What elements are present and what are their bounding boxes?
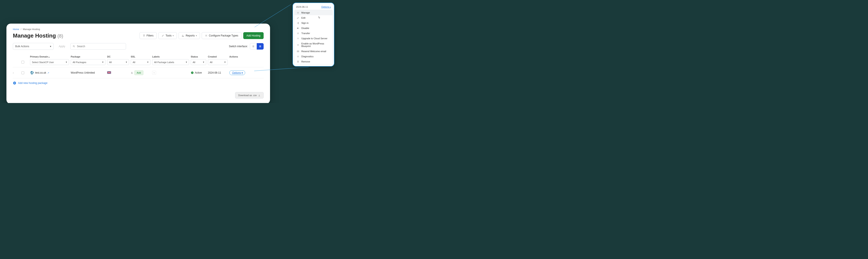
svg-point-7 bbox=[298, 12, 298, 13]
col-ssl: SSL bbox=[131, 55, 152, 58]
col-status: Status bbox=[191, 55, 208, 58]
row-checkbox[interactable] bbox=[22, 71, 24, 74]
hosting-table: Primary Domain▴ Package DC SSL Labels St… bbox=[13, 53, 264, 88]
chart-icon bbox=[182, 34, 184, 37]
svg-point-1 bbox=[73, 46, 74, 47]
gear-icon bbox=[297, 11, 299, 14]
page-title: Manage Hosting (8) bbox=[13, 32, 63, 39]
search-icon bbox=[73, 45, 75, 48]
caret-down-icon: ▾ bbox=[196, 35, 197, 37]
tools-icon bbox=[162, 34, 164, 37]
breadcrumb-current: Manage Hosting bbox=[23, 28, 40, 30]
col-created: Created bbox=[208, 55, 229, 58]
svg-point-0 bbox=[206, 35, 207, 36]
menu-item-manage[interactable]: Manage bbox=[294, 10, 333, 15]
plus-circle-icon bbox=[13, 81, 16, 85]
col-primary-domain[interactable]: Primary Domain▴ bbox=[30, 55, 71, 58]
trash-icon bbox=[297, 60, 299, 63]
download-icon bbox=[258, 94, 260, 96]
add-hosting-button[interactable]: Add Hosting bbox=[243, 32, 264, 39]
apply-button[interactable]: Apply bbox=[56, 43, 68, 50]
filters-button[interactable]: Filters bbox=[140, 32, 157, 39]
filter-packages-select[interactable]: All Packages▾ bbox=[71, 59, 105, 65]
list-view-button[interactable] bbox=[250, 43, 257, 50]
menu-item-upgrade[interactable]: Upgrade to Cloud Server bbox=[294, 36, 333, 41]
search-box[interactable] bbox=[70, 43, 126, 50]
check-circle-icon bbox=[191, 71, 194, 74]
expand-row-icon[interactable]: › bbox=[13, 71, 14, 74]
transfer-icon bbox=[297, 32, 299, 34]
filter-ssl-select[interactable]: All▾ bbox=[131, 59, 151, 65]
svg-rect-4 bbox=[131, 73, 133, 74]
tools-button[interactable]: Tools ▾ bbox=[158, 32, 177, 39]
breadcrumb: Home / Manage Hosting bbox=[13, 28, 264, 30]
svg-rect-11 bbox=[297, 51, 299, 52]
mail-icon bbox=[297, 50, 299, 53]
svg-point-12 bbox=[298, 56, 298, 57]
menu-item-edit[interactable]: Edit bbox=[294, 15, 333, 20]
table-header: Primary Domain▴ Package DC SSL Labels St… bbox=[13, 53, 264, 59]
grid-view-button[interactable] bbox=[257, 43, 264, 50]
menu-item-remove[interactable]: Remove bbox=[294, 59, 333, 64]
filter-status-select[interactable]: All▾ bbox=[191, 59, 206, 65]
caret-down-icon: ▾ bbox=[173, 35, 174, 37]
caret-down-icon: ▾ bbox=[242, 71, 243, 74]
gear-icon bbox=[297, 55, 299, 58]
page-count: (8) bbox=[57, 33, 63, 39]
search-input[interactable] bbox=[77, 45, 124, 48]
select-all-checkbox[interactable] bbox=[22, 61, 24, 63]
disable-icon bbox=[297, 27, 299, 29]
menu-item-disable[interactable]: Disable bbox=[294, 26, 333, 31]
filter-user-select[interactable]: Select StackCP User▾ bbox=[30, 59, 69, 65]
options-dropdown-callout: 2024-06-11 Options ▾ Manage Edit Sign in… bbox=[292, 3, 334, 66]
package-name: WordPress Unlimited bbox=[71, 71, 107, 74]
blueprint-icon bbox=[297, 44, 299, 46]
col-dc: DC bbox=[107, 55, 131, 58]
col-package: Package bbox=[71, 55, 107, 58]
popout-options-link[interactable]: Options ▾ bbox=[321, 6, 331, 8]
menu-item-blueprint[interactable]: Enable as WordPress Blueprint bbox=[294, 41, 333, 49]
svg-point-5 bbox=[191, 71, 193, 74]
toolbar: Bulk Actions ▾ Apply Switch interface: bbox=[13, 43, 264, 50]
filter-labels-select[interactable]: All Package Labels▾ bbox=[152, 59, 189, 65]
popout-date: 2024-06-11 bbox=[296, 6, 308, 8]
unlock-icon bbox=[131, 72, 133, 74]
ssl-add-button[interactable]: Add bbox=[134, 70, 144, 75]
add-hosting-package-row[interactable]: Add new hosting package bbox=[13, 78, 264, 88]
caret-down-icon: ▾ bbox=[50, 45, 51, 48]
list-icon bbox=[252, 45, 255, 48]
main-panel: Home / Manage Hosting Manage Hosting (8)… bbox=[6, 24, 270, 103]
svg-point-10 bbox=[298, 44, 298, 45]
filter-dc-select[interactable]: All▾ bbox=[107, 59, 129, 65]
wordpress-icon bbox=[30, 71, 34, 75]
menu-item-diagnostics[interactable]: Diagnostics bbox=[294, 54, 333, 59]
svg-point-9 bbox=[297, 28, 298, 29]
domain-name[interactable]: test.co.uk bbox=[35, 71, 46, 74]
filter-icon bbox=[143, 34, 145, 37]
external-link-icon[interactable]: ↗ bbox=[48, 72, 49, 74]
gear-icon bbox=[205, 34, 208, 37]
table-row: › test.co.uk ↗ WordPress Unlimited Add +… bbox=[13, 67, 264, 78]
add-label-button[interactable]: + bbox=[152, 71, 156, 75]
options-menu: Manage Edit Sign in Disable Transfer Upg… bbox=[294, 10, 333, 64]
configure-package-types-button[interactable]: Configure Package Types bbox=[202, 32, 241, 39]
breadcrumb-home[interactable]: Home bbox=[13, 28, 19, 30]
switch-interface-label: Switch interface: bbox=[229, 45, 248, 48]
upgrade-icon bbox=[297, 37, 299, 40]
edit-icon bbox=[297, 17, 299, 19]
created-date: 2024-06-11 bbox=[208, 71, 229, 74]
download-csv-button[interactable]: Download as .csv bbox=[235, 92, 264, 98]
header-row: Manage Hosting (8) Filters Tools ▾ Repor… bbox=[13, 32, 264, 39]
sort-asc-icon: ▴ bbox=[49, 56, 50, 58]
grid-icon bbox=[259, 45, 261, 48]
menu-item-signin[interactable]: Sign in bbox=[294, 20, 333, 26]
uk-flag-icon bbox=[107, 71, 111, 74]
table-filter-row: Select StackCP User▾ All Packages▾ All▾ … bbox=[13, 59, 264, 67]
row-options-button[interactable]: Options▾ bbox=[229, 70, 245, 75]
bulk-actions-select[interactable]: Bulk Actions ▾ bbox=[13, 43, 54, 50]
filter-created-select[interactable]: All▾ bbox=[208, 59, 227, 65]
reports-button[interactable]: Reports ▾ bbox=[179, 32, 200, 39]
menu-item-resend[interactable]: Resend Welcome email bbox=[294, 49, 333, 54]
col-actions: Actions bbox=[229, 55, 255, 58]
menu-item-transfer[interactable]: Transfer bbox=[294, 31, 333, 36]
